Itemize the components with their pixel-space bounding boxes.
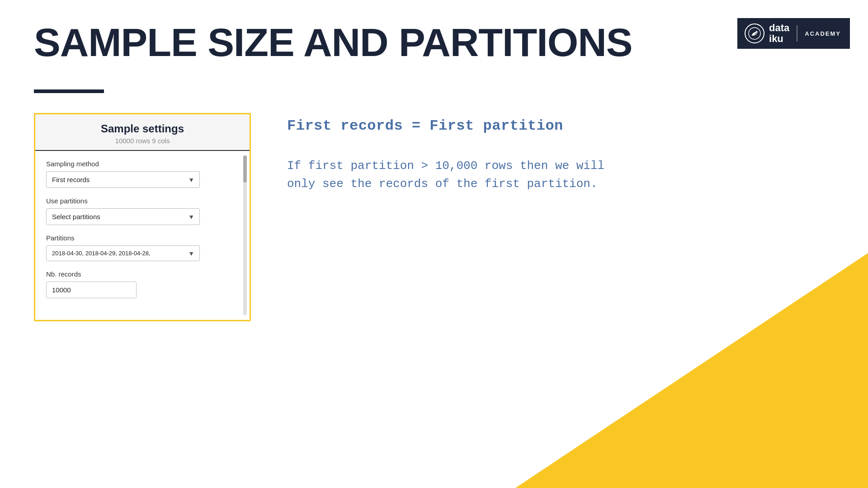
card-header: Sample settings 10000 rows 9 cols: [35, 114, 250, 151]
nb-records-group: Nb. records: [46, 270, 239, 298]
partitions-label: Partitions: [46, 234, 239, 242]
card-title: Sample settings: [44, 122, 241, 135]
use-partitions-group: Use partitions Select partitions ▼: [46, 197, 239, 225]
nb-records-label: Nb. records: [46, 270, 239, 278]
sample-settings-card: Sample settings 10000 rows 9 cols Sampli…: [34, 113, 251, 321]
use-partitions-label: Use partitions: [46, 197, 239, 205]
nb-records-input[interactable]: [46, 282, 137, 298]
card-subtitle: 10000 rows 9 cols: [44, 137, 241, 145]
card-body: Sampling method First records ▼ Use part…: [35, 151, 250, 320]
sampling-method-select[interactable]: First records: [46, 171, 200, 188]
scrollbar-track[interactable]: [243, 155, 247, 315]
logo-bird-icon: [745, 23, 764, 43]
equation-line: First records = First partition: [287, 117, 834, 134]
description-line2: only see the records of the first partit…: [287, 177, 598, 191]
logo-box: dataiku ACADEMY: [737, 18, 850, 49]
info-content: First records = First partition If first…: [287, 113, 834, 193]
logo-brand: dataiku: [769, 23, 789, 44]
partitions-select[interactable]: 2018-04-30, 2018-04-29, 2018-04-28,: [46, 245, 200, 261]
partitions-group: Partitions 2018-04-30, 2018-04-29, 2018-…: [46, 234, 239, 261]
partitions-select-wrapper: 2018-04-30, 2018-04-29, 2018-04-28, ▼: [46, 245, 200, 261]
scrollbar-thumb[interactable]: [243, 155, 247, 183]
use-partitions-select-wrapper: Select partitions ▼: [46, 208, 200, 225]
logo-divider: [797, 25, 797, 42]
sampling-method-group: Sampling method First records ▼: [46, 160, 239, 188]
sampling-method-select-wrapper: First records ▼: [46, 171, 200, 188]
description-text: If first partition > 10,000 rows then we…: [287, 157, 834, 193]
use-partitions-select[interactable]: Select partitions: [46, 208, 200, 225]
main-content: Sample settings 10000 rows 9 cols Sampli…: [34, 113, 834, 321]
description-line1: If first partition > 10,000 rows then we…: [287, 159, 604, 173]
logo-academy-label: ACADEMY: [805, 30, 841, 37]
title-underline: [34, 89, 104, 93]
page-title: SAMPLE SIZE AND PARTITIONS: [34, 23, 632, 62]
svg-point-1: [756, 31, 758, 33]
sampling-method-label: Sampling method: [46, 160, 239, 168]
